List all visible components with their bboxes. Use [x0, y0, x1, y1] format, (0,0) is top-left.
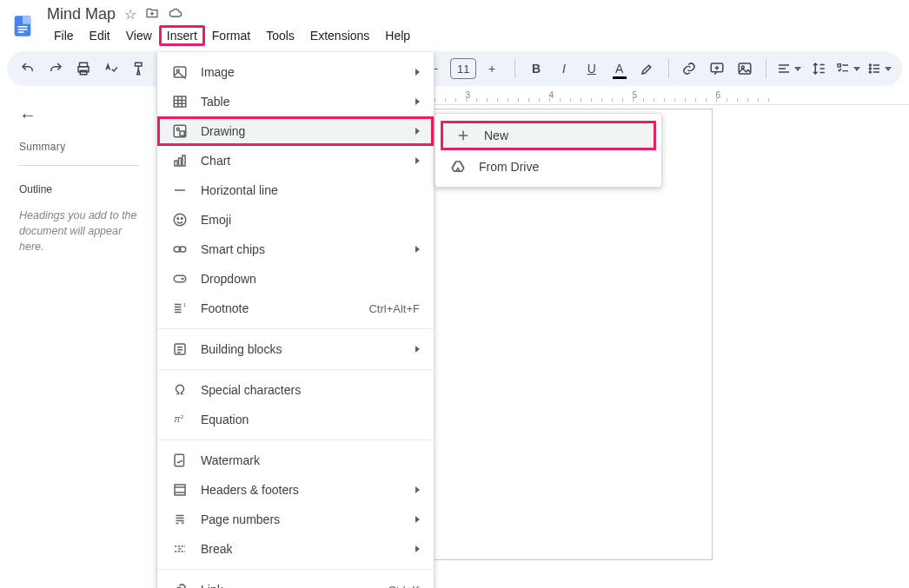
insert-menu-break[interactable]: Break — [157, 534, 434, 564]
svg-rect-17 — [174, 96, 186, 107]
cloud-status-icon[interactable] — [168, 6, 183, 23]
insert-menu-smart-chips[interactable]: Smart chips — [157, 235, 434, 264]
insert-menu-special-characters[interactable]: Special characters — [157, 375, 434, 405]
insert-menu-headers-footers[interactable]: Headers & footers — [157, 475, 434, 505]
plus-icon — [454, 127, 472, 144]
menu-file[interactable]: File — [47, 25, 81, 46]
submenu-arrow-icon — [415, 545, 420, 552]
menu-item-label: Drawing — [201, 124, 403, 138]
menu-item-label: Link — [201, 583, 376, 588]
text-color-button[interactable]: A — [609, 56, 630, 81]
svg-rect-11 — [838, 64, 840, 67]
italic-button[interactable]: I — [554, 56, 574, 81]
image-icon — [171, 63, 189, 81]
menu-item-label: Footnote — [201, 301, 356, 315]
drawing-submenu: NewFrom Drive — [435, 113, 662, 188]
collapse-outline-icon[interactable]: ← — [19, 105, 146, 125]
insert-menu-emoji[interactable]: Emoji — [157, 205, 434, 235]
insert-link-button[interactable] — [679, 56, 700, 81]
ruler-number: 5 — [633, 91, 638, 100]
svg-point-26 — [182, 218, 183, 220]
insert-menu-table[interactable]: Table — [157, 87, 434, 116]
svg-rect-35 — [175, 485, 185, 495]
star-icon[interactable]: ☆ — [124, 6, 136, 23]
insert-menu-dropdown[interactable]: Dropdown — [157, 264, 434, 294]
ruler-number: 3 — [466, 91, 471, 100]
ruler-number: 4 — [549, 91, 554, 100]
menu-item-label: Image — [201, 65, 403, 79]
divider — [17, 165, 139, 166]
undo-button[interactable] — [17, 56, 38, 81]
ruler[interactable]: 3456 — [435, 91, 909, 105]
footnote-icon: 1 — [171, 300, 189, 317]
increase-font-size[interactable]: + — [480, 56, 504, 81]
blocks-icon — [171, 340, 189, 358]
paint-format-button[interactable] — [129, 56, 149, 81]
menu-item-label: Page numbers — [201, 512, 403, 526]
checklist-button[interactable] — [836, 56, 860, 81]
submenu-arrow-icon — [415, 128, 420, 135]
bulleted-list-button[interactable] — [867, 56, 892, 81]
ruler-number: 6 — [716, 91, 721, 100]
insert-menu-building-blocks[interactable]: Building blocks — [157, 334, 434, 364]
menu-extensions[interactable]: Extensions — [303, 25, 376, 46]
menu-item-label: Equation — [201, 413, 420, 426]
svg-point-19 — [176, 128, 179, 130]
svg-text:1: 1 — [183, 302, 187, 307]
line-spacing-button[interactable] — [808, 56, 829, 81]
highlight-color-button[interactable] — [637, 56, 658, 81]
bold-button[interactable]: B — [526, 56, 547, 81]
insert-menu-image[interactable]: Image — [157, 57, 434, 87]
submenu-arrow-icon — [415, 346, 420, 353]
menu-item-label: New — [484, 129, 642, 142]
insert-menu-footnote[interactable]: 1FootnoteCtrl+Alt+F — [157, 294, 434, 323]
spellcheck-button[interactable] — [101, 56, 122, 81]
insert-menu-chart[interactable]: Chart — [157, 146, 434, 175]
insert-menu-page-numbers[interactable]: #Page numbers — [157, 505, 434, 534]
insert-menu-watermark[interactable]: Watermark — [157, 446, 434, 475]
menu-tools[interactable]: Tools — [259, 25, 302, 46]
redo-button[interactable] — [45, 56, 66, 81]
insert-menu-equation[interactable]: π2Equation — [157, 405, 434, 434]
submenu-arrow-icon — [415, 157, 420, 164]
svg-rect-22 — [179, 158, 182, 166]
submenu-arrow-icon — [415, 246, 420, 253]
move-icon[interactable] — [145, 6, 159, 23]
table-icon — [171, 93, 189, 110]
add-comment-button[interactable] — [707, 56, 727, 81]
menu-divider — [157, 369, 434, 370]
menu-insert[interactable]: Insert — [159, 25, 205, 46]
google-docs-logo[interactable] — [7, 10, 38, 42]
font-size-input[interactable]: 11 — [450, 58, 476, 79]
insert-menu-horizontal-line[interactable]: Horizontal line — [157, 175, 434, 205]
insert-image-button[interactable] — [734, 56, 755, 81]
svg-point-14 — [869, 71, 871, 73]
svg-rect-2 — [18, 26, 28, 28]
drive-icon — [449, 158, 467, 175]
doc-title[interactable]: Mind Map — [47, 5, 116, 23]
svg-rect-15 — [174, 67, 186, 77]
dropdown-icon — [171, 270, 189, 287]
menu-view[interactable]: View — [119, 25, 159, 46]
menu-divider — [157, 439, 434, 440]
toolbar: − 11 + B I U A — [7, 51, 902, 86]
insert-menu-drawing[interactable]: Drawing — [157, 116, 434, 146]
submenu-arrow-icon — [415, 486, 420, 493]
print-button[interactable] — [73, 56, 94, 81]
svg-text:2: 2 — [181, 414, 184, 420]
menu-edit[interactable]: Edit — [83, 25, 117, 46]
drawing-submenu-from-drive[interactable]: From Drive — [435, 152, 661, 182]
outline-heading: Outline — [19, 183, 146, 195]
svg-rect-20 — [180, 131, 184, 135]
menu-format[interactable]: Format — [205, 25, 257, 46]
menu-item-label: Emoji — [201, 213, 420, 227]
underline-button[interactable]: U — [581, 56, 602, 81]
menu-item-label: Headers & footers — [201, 483, 403, 497]
menu-item-label: Building blocks — [201, 342, 403, 356]
align-button[interactable] — [777, 56, 801, 81]
insert-menu-link[interactable]: LinkCtrl+K — [157, 575, 434, 588]
drawing-submenu-new[interactable]: New — [441, 121, 656, 150]
svg-text:#: # — [182, 520, 185, 525]
submenu-arrow-icon — [415, 69, 420, 76]
menu-help[interactable]: Help — [378, 25, 417, 46]
